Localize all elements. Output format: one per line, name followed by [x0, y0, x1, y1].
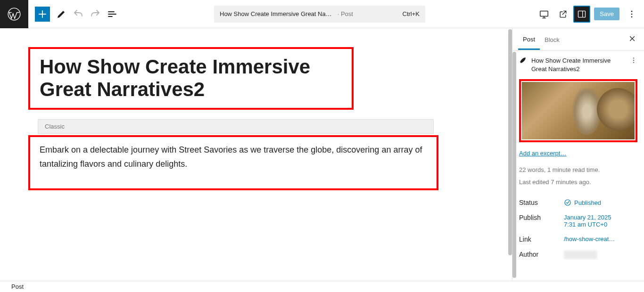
svg-rect-2 — [578, 11, 586, 17]
editor-scrollbar[interactable] — [508, 28, 512, 280]
undo-button[interactable] — [70, 6, 87, 23]
last-edited-text: Last edited 7 minutes ago. — [519, 178, 637, 187]
document-overview-button[interactable] — [104, 6, 121, 23]
redo-button[interactable] — [87, 6, 104, 23]
svg-point-5 — [631, 16, 633, 17]
document-bar[interactable]: How Show Create Immersive Great Na… · Po… — [214, 6, 425, 23]
status-value[interactable]: Published — [564, 199, 637, 206]
add-block-button[interactable] — [35, 7, 50, 22]
options-menu-button[interactable] — [623, 6, 640, 23]
author-blurred — [564, 251, 597, 259]
document-type: · Post — [338, 10, 353, 17]
view-external-button[interactable] — [554, 6, 571, 23]
author-label: Author — [519, 251, 564, 258]
author-value[interactable] — [564, 251, 637, 259]
content-paragraph: Embark on a delectable journey with Stre… — [40, 143, 427, 171]
footer-breadcrumb[interactable]: Post — [0, 281, 644, 292]
post-title-block[interactable]: How Show Create Immersive Great Narrativ… — [28, 47, 354, 110]
link-label: Link — [519, 235, 564, 243]
word-count-text: 22 words, 1 minute read time. — [519, 165, 637, 175]
publish-value[interactable]: January 21, 2025 7:31 am UTC+0 — [564, 214, 637, 228]
svg-point-8 — [633, 62, 634, 63]
save-button[interactable]: Save — [594, 8, 619, 20]
editor-scrollbar-thumb[interactable] — [508, 29, 512, 255]
edit-tool-button[interactable] — [53, 6, 70, 23]
sidebar-scrollbar-thumb[interactable] — [512, 52, 516, 278]
document-shortcut: Ctrl+K — [403, 10, 420, 17]
post-type-icon — [519, 57, 527, 65]
sidebar-post-title: How Show Create Immersive Great Narrativ… — [531, 57, 625, 73]
status-text: Published — [574, 199, 601, 206]
close-sidebar-button[interactable] — [626, 32, 638, 46]
tab-block[interactable]: Block — [540, 30, 564, 49]
document-title: How Show Create Immersive Great Na… — [220, 10, 332, 17]
classic-block-content[interactable]: Embark on a delectable journey with Stre… — [28, 135, 438, 190]
sidebar-scrollbar[interactable] — [512, 51, 516, 235]
view-desktop-button[interactable] — [536, 6, 553, 23]
link-value[interactable]: /how-show-creat… — [564, 235, 637, 243]
publish-time: 7:31 am UTC+0 — [564, 221, 637, 228]
featured-image — [522, 82, 635, 139]
svg-point-4 — [631, 13, 633, 15]
wordpress-logo[interactable] — [0, 0, 28, 28]
svg-point-9 — [565, 200, 570, 205]
featured-image-box[interactable] — [519, 79, 637, 142]
settings-panel-toggle[interactable] — [573, 6, 590, 23]
status-label: Status — [519, 199, 564, 206]
classic-block-header[interactable]: Classic — [38, 119, 434, 134]
svg-point-7 — [633, 60, 634, 61]
settings-sidebar: Post Block How Show Create Immersive Gre… — [512, 28, 644, 280]
post-actions-menu[interactable] — [630, 57, 637, 65]
editor-canvas[interactable]: How Show Create Immersive Great Narrativ… — [0, 28, 512, 280]
post-title-text: How Show Create Immersive Great Narrativ… — [40, 56, 342, 101]
add-excerpt-link[interactable]: Add an excerpt… — [519, 150, 566, 157]
publish-label: Publish — [519, 214, 564, 221]
svg-rect-1 — [540, 11, 548, 16]
svg-point-6 — [633, 57, 634, 58]
svg-point-3 — [631, 10, 633, 12]
breadcrumb-post: Post — [11, 283, 24, 290]
tab-post[interactable]: Post — [518, 29, 540, 50]
publish-date: January 21, 2025 — [564, 214, 637, 221]
